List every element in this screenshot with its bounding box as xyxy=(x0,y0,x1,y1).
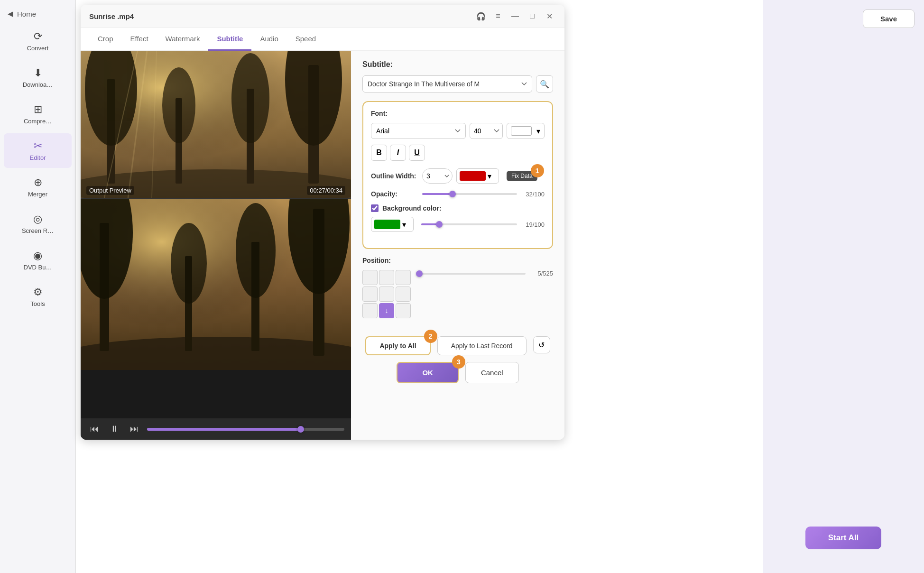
tab-subtitle[interactable]: Subtitle xyxy=(208,28,251,51)
opacity-fill xyxy=(422,193,453,195)
sidebar-item-editor-label: Editor xyxy=(30,154,46,161)
help-button[interactable]: 🎧 xyxy=(474,9,488,23)
refresh-button[interactable]: ↺ xyxy=(533,336,550,353)
bold-button[interactable]: B xyxy=(371,145,387,161)
pos-mid-left[interactable] xyxy=(362,286,378,302)
bg-color-checkbox[interactable] xyxy=(371,204,379,212)
pos-bot-right[interactable] xyxy=(396,303,411,318)
position-controls: ↓ 5/525 xyxy=(362,270,553,322)
forward-button[interactable]: ⏭ xyxy=(127,423,141,435)
font-color-swatch xyxy=(511,126,532,136)
preview-top: Output Preview 00:27/00:34 xyxy=(81,51,351,198)
outline-label: Outline Width: xyxy=(371,172,418,180)
bg-opacity-slider[interactable] xyxy=(421,223,517,225)
outline-width-dropdown[interactable]: 3 xyxy=(422,168,453,184)
italic-button[interactable]: I xyxy=(390,145,406,161)
sidebar-item-compress[interactable]: ⊞ Compre… xyxy=(4,97,72,131)
opacity-slider[interactable] xyxy=(422,193,517,195)
outline-color-picker[interactable]: ▾ xyxy=(456,168,499,184)
menu-button[interactable]: ≡ xyxy=(491,9,505,23)
ok-button[interactable]: OK xyxy=(397,362,459,383)
save-button[interactable]: Save xyxy=(863,9,915,28)
font-face-dropdown[interactable]: Arial xyxy=(371,123,466,139)
start-all-button[interactable]: Start All xyxy=(805,527,882,549)
settings-panel: Subtitle: Doctor Strange In The Multiver… xyxy=(351,51,564,440)
close-button[interactable]: ✕ xyxy=(543,9,556,23)
format-row: B I U xyxy=(371,145,545,161)
editor-icon: ✂ xyxy=(34,140,42,152)
step-badge-2: 2 xyxy=(424,330,437,343)
step-badge-3: 3 xyxy=(452,355,465,369)
bg-color-swatch xyxy=(374,220,400,229)
apply-all-wrap: Apply to All 2 xyxy=(365,336,430,355)
tools-icon: ⚙ xyxy=(33,286,43,298)
playback-controls: ⏮ ⏸ ⏭ xyxy=(81,418,351,440)
pos-mid-right[interactable] xyxy=(396,286,411,302)
preview-bottom xyxy=(81,198,351,418)
svg-point-22 xyxy=(171,223,207,304)
svg-point-24 xyxy=(236,203,276,298)
rewind-button[interactable]: ⏮ xyxy=(87,423,102,435)
apply-buttons-row: Apply to All 2 Apply to Last Record ↺ xyxy=(362,329,553,358)
pos-top-left[interactable] xyxy=(362,270,378,285)
bg-color-picker-row: ▾ 19/100 xyxy=(371,217,545,232)
sidebar-item-dvd[interactable]: ◉ DVD Bu… xyxy=(4,243,72,277)
font-size-dropdown[interactable]: 40 xyxy=(470,123,503,139)
position-value: 5/525 xyxy=(529,270,553,277)
position-slider[interactable] xyxy=(418,273,526,275)
font-color-picker[interactable]: ▾ xyxy=(507,123,545,139)
opacity-value: 32/100 xyxy=(521,191,545,198)
svg-point-10 xyxy=(231,53,269,143)
font-row: Arial 40 ▾ xyxy=(371,123,545,139)
outline-color-swatch xyxy=(460,171,486,181)
cancel-button[interactable]: Cancel xyxy=(465,362,519,383)
apply-to-last-button[interactable]: Apply to Last Record xyxy=(437,336,527,355)
bg-color-dropdown-icon: ▾ xyxy=(402,220,406,229)
subtitle-selector-row: Doctor Strange In The Multiverse of M 🔍 xyxy=(362,75,553,92)
sidebar-back-button[interactable]: ◀ Home xyxy=(0,5,75,23)
sidebar-item-tools-label: Tools xyxy=(30,300,45,307)
opacity-thumb xyxy=(449,191,456,197)
tab-crop[interactable]: Crop xyxy=(89,28,122,51)
subtitle-dropdown[interactable]: Doctor Strange In The Multiverse of M xyxy=(362,75,532,92)
minimize-button[interactable]: — xyxy=(508,9,522,23)
sidebar-item-download[interactable]: ⬇ Downloa… xyxy=(4,60,72,95)
bg-opacity-value: 19/100 xyxy=(521,221,545,228)
outline-color-dropdown-icon: ▾ xyxy=(488,172,491,181)
tab-effect[interactable]: Effect xyxy=(122,28,157,51)
apply-to-all-button[interactable]: Apply to All xyxy=(365,336,430,355)
progress-fill xyxy=(147,428,301,431)
tab-speed[interactable]: Speed xyxy=(287,28,324,51)
pause-button[interactable]: ⏸ xyxy=(107,423,121,435)
merger-icon: ⊕ xyxy=(34,176,42,189)
bg-color-picker[interactable]: ▾ xyxy=(371,217,414,232)
pos-top-right[interactable] xyxy=(396,270,411,285)
dvd-icon: ◉ xyxy=(33,250,42,262)
pos-bot-left[interactable] xyxy=(362,303,378,318)
sidebar: ◀ Home ⟳ Convert ⬇ Downloa… ⊞ Compre… ✂ … xyxy=(0,0,76,573)
sidebar-item-editor[interactable]: ✂ Editor xyxy=(4,133,72,168)
sidebar-item-merger[interactable]: ⊕ Merger xyxy=(4,170,72,204)
underline-button[interactable]: U xyxy=(409,145,425,161)
position-grid: ↓ xyxy=(362,270,411,318)
pos-top-center[interactable] xyxy=(379,270,394,285)
tab-watermark[interactable]: Watermark xyxy=(157,28,209,51)
video-preview-top xyxy=(81,51,351,198)
tab-audio[interactable]: Audio xyxy=(251,28,286,51)
ok-wrap: OK 3 xyxy=(397,362,459,383)
sidebar-item-convert[interactable]: ⟳ Convert xyxy=(4,24,72,58)
opacity-label: Opacity: xyxy=(371,190,418,198)
pos-mid-center[interactable] xyxy=(379,286,394,302)
maximize-button[interactable]: □ xyxy=(526,9,539,23)
sidebar-item-tools[interactable]: ⚙ Tools xyxy=(4,279,72,314)
position-slider-area: 5/525 xyxy=(418,270,553,277)
main-area: Sunrise .mp4 🎧 ≡ — □ ✕ Crop Effect Water… xyxy=(76,0,763,573)
svg-point-8 xyxy=(162,67,195,143)
pos-bot-center[interactable]: ↓ xyxy=(379,303,394,318)
step-badge-1: 1 xyxy=(531,164,544,177)
subtitle-search-button[interactable]: 🔍 xyxy=(536,75,553,92)
opacity-row: Opacity: 32/100 xyxy=(371,190,545,198)
sidebar-item-screen[interactable]: ◎ Screen R… xyxy=(4,206,72,241)
font-section-label: Font: xyxy=(371,110,545,117)
progress-bar[interactable] xyxy=(147,428,344,431)
